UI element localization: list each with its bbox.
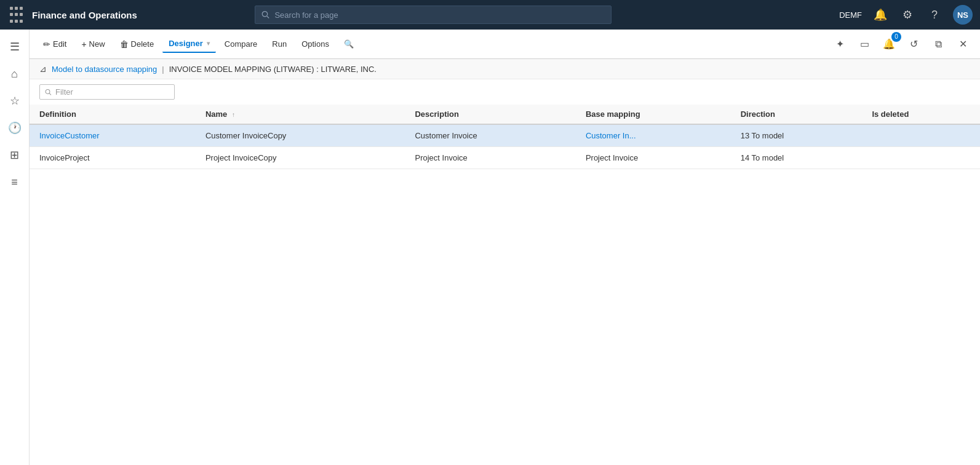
filter-input[interactable] bbox=[55, 87, 169, 97]
search-toolbar-button[interactable]: 🔍 bbox=[338, 36, 360, 52]
edit-button[interactable]: ✏ Edit bbox=[37, 36, 73, 53]
environment-label: DEMF bbox=[839, 10, 862, 20]
col-base-mapping: Base mapping bbox=[576, 105, 731, 124]
filter-icon[interactable]: ⊿ bbox=[39, 64, 47, 74]
delete-button[interactable]: 🗑 Delete bbox=[114, 36, 161, 53]
filter-input-container[interactable] bbox=[39, 84, 175, 100]
search-icon bbox=[261, 10, 269, 19]
cell-description: Customer Invoice bbox=[405, 124, 575, 147]
cell-base-mapping: Customer In... bbox=[576, 124, 731, 147]
edit-icon: ✏ bbox=[43, 39, 50, 49]
col-name[interactable]: Name ↑ bbox=[196, 105, 405, 124]
col-direction: Direction bbox=[731, 105, 862, 124]
new-icon: + bbox=[81, 39, 86, 49]
cell-direction: 13 To model bbox=[731, 124, 862, 147]
col-description: Description bbox=[405, 105, 575, 124]
cell-name: Project InvoiceCopy bbox=[196, 147, 405, 169]
notification-badge-container: 🔔 0 bbox=[879, 34, 899, 54]
avatar[interactable]: NS bbox=[953, 5, 973, 25]
filter-search-icon bbox=[45, 89, 52, 96]
search-input[interactable] bbox=[274, 10, 605, 20]
main-layout: ☰ ⌂ ☆ 🕐 ⊞ ≡ ✏ Edit + New 🗑 Delete Design… bbox=[0, 30, 980, 465]
close-button[interactable]: ✕ bbox=[953, 34, 973, 54]
cell-base-mapping: Project Invoice bbox=[576, 147, 731, 169]
sidebar-home[interactable]: ⌂ bbox=[2, 62, 27, 86]
search-toolbar-icon: 🔍 bbox=[344, 39, 354, 49]
definition-link[interactable]: InvoiceCustomer bbox=[39, 131, 100, 140]
sort-icon-name: ↑ bbox=[232, 111, 235, 118]
filter-row bbox=[30, 79, 980, 105]
panel-button[interactable]: ▭ bbox=[855, 34, 874, 54]
settings-button[interactable]: ⚙ bbox=[899, 6, 916, 23]
cell-description: Project Invoice bbox=[405, 147, 575, 169]
nav-right: DEMF 🔔 ⚙ ? NS bbox=[839, 5, 973, 25]
run-button[interactable]: Run bbox=[266, 36, 293, 52]
sidebar-hamburger[interactable]: ☰ bbox=[2, 34, 27, 59]
breadcrumb-current: INVOICE MODEL MAPPING (LITWARE) : LITWAR… bbox=[169, 65, 376, 74]
breadcrumb: ⊿ Model to datasource mapping | INVOICE … bbox=[30, 59, 980, 79]
col-is-deleted: Is deleted bbox=[862, 105, 980, 124]
main-panel: ✏ Edit + New 🗑 Delete Designer Compare R… bbox=[30, 30, 980, 465]
app-grid-icon[interactable] bbox=[7, 6, 25, 23]
table-row[interactable]: InvoiceCustomerCustomer InvoiceCopyCusto… bbox=[30, 124, 980, 147]
svg-point-0 bbox=[262, 12, 267, 17]
options-button[interactable]: Options bbox=[295, 36, 335, 52]
notification-bell-button[interactable]: 🔔 bbox=[872, 6, 889, 23]
table-row[interactable]: InvoiceProjectProject InvoiceCopyProject… bbox=[30, 147, 980, 169]
data-table: Definition Name ↑ Description Base mappi… bbox=[30, 105, 980, 169]
svg-line-1 bbox=[267, 16, 269, 18]
open-in-new-button[interactable]: ⧉ bbox=[928, 34, 948, 54]
notification-count: 0 bbox=[891, 32, 901, 42]
cell-definition: InvoiceCustomer bbox=[30, 124, 196, 147]
sidebar: ☰ ⌂ ☆ 🕐 ⊞ ≡ bbox=[0, 30, 30, 465]
cell-name: Customer InvoiceCopy bbox=[196, 124, 405, 147]
toolbar: ✏ Edit + New 🗑 Delete Designer Compare R… bbox=[30, 30, 980, 59]
sidebar-recent[interactable]: 🕐 bbox=[2, 116, 27, 140]
table-header-row: Definition Name ↑ Description Base mappi… bbox=[30, 105, 980, 124]
col-definition: Definition bbox=[30, 105, 196, 124]
cell-direction: 14 To model bbox=[731, 147, 862, 169]
app-title: Finance and Operations bbox=[32, 10, 137, 20]
top-navigation: Finance and Operations DEMF 🔔 ⚙ ? NS bbox=[0, 0, 980, 30]
help-button[interactable]: ? bbox=[926, 6, 943, 23]
base-mapping-link[interactable]: Customer In... bbox=[586, 131, 636, 140]
toolbar-right: ✦ ▭ 🔔 0 ↺ ⧉ ✕ bbox=[830, 34, 973, 54]
content-area: ⊿ Model to datasource mapping | INVOICE … bbox=[30, 59, 980, 465]
svg-point-2 bbox=[46, 89, 50, 93]
refresh-button[interactable]: ↺ bbox=[904, 34, 923, 54]
cell-definition: InvoiceProject bbox=[30, 147, 196, 169]
sidebar-workspaces[interactable]: ⊞ bbox=[2, 143, 27, 167]
table-header: Definition Name ↑ Description Base mappi… bbox=[30, 105, 980, 124]
cell-is-deleted bbox=[862, 124, 980, 147]
cell-is-deleted bbox=[862, 147, 980, 169]
sidebar-modules[interactable]: ≡ bbox=[2, 170, 27, 194]
personalize-button[interactable]: ✦ bbox=[830, 34, 850, 54]
new-button[interactable]: + New bbox=[75, 36, 111, 53]
delete-icon: 🗑 bbox=[120, 39, 129, 49]
svg-line-3 bbox=[49, 93, 51, 95]
breadcrumb-link[interactable]: Model to datasource mapping bbox=[52, 65, 157, 74]
search-bar[interactable] bbox=[255, 6, 612, 24]
sidebar-favorites[interactable]: ☆ bbox=[2, 89, 27, 113]
designer-button[interactable]: Designer bbox=[162, 35, 216, 53]
table-body: InvoiceCustomerCustomer InvoiceCopyCusto… bbox=[30, 124, 980, 169]
breadcrumb-separator: | bbox=[162, 65, 164, 74]
compare-button[interactable]: Compare bbox=[218, 36, 263, 52]
